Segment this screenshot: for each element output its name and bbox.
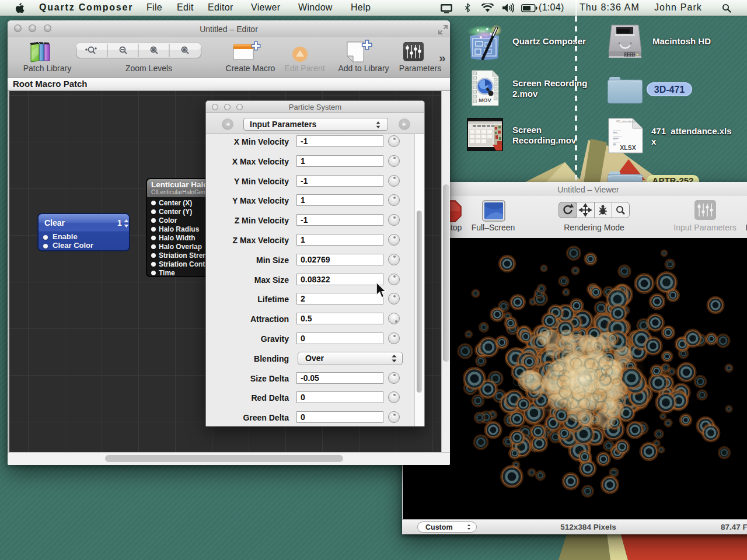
svg-text:471_attendance: 471_attendance xyxy=(616,120,636,123)
svg-text:MOV: MOV xyxy=(479,97,491,103)
svg-text:3D-471: 3D-471 xyxy=(654,85,685,94)
svg-text:XLSX: XLSX xyxy=(620,144,636,151)
